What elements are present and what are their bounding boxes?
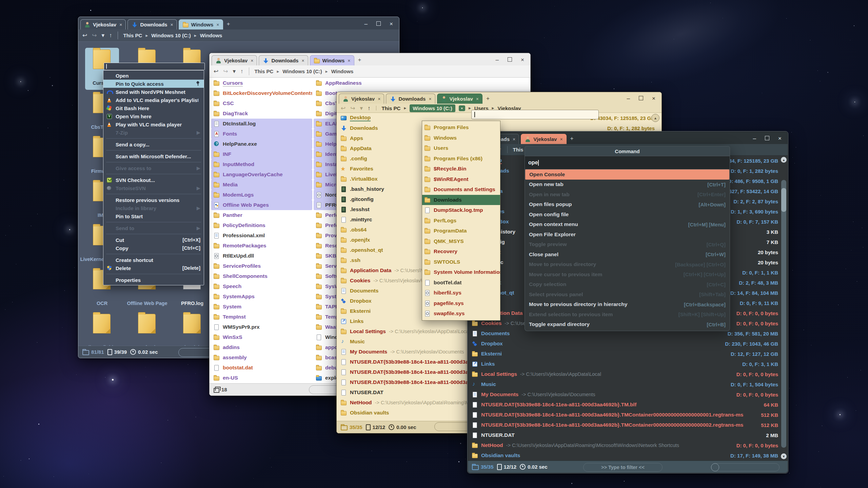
close-window-button[interactable]: × xyxy=(390,21,393,27)
command-item[interactable]: Toggle expand directory [Ctrl+B] xyxy=(525,320,730,330)
tab-downloads[interactable]: Downloads × xyxy=(127,19,177,29)
context-menu-item[interactable]: Pin to Start xyxy=(103,212,204,220)
close-tab-icon[interactable]: × xyxy=(429,96,431,102)
breadcrumb-drive[interactable]: Windows 10 (C:) xyxy=(151,33,191,38)
file-row[interactable]: WinSxS xyxy=(211,332,312,342)
file-row[interactable]: BitLockerDiscoveryVolumeContents xyxy=(211,88,312,98)
context-menu-item[interactable]: Send a copy... xyxy=(103,140,204,148)
context-menu-item[interactable]: SVN Checkout... xyxy=(103,176,204,184)
context-menu-item[interactable]: Give access to ▶ xyxy=(103,164,204,172)
new-tab-button[interactable]: + xyxy=(570,135,574,142)
context-menu-item[interactable]: Properties xyxy=(103,276,204,284)
minimize-button[interactable]: – xyxy=(496,57,499,63)
close-tab-icon[interactable]: × xyxy=(251,58,253,63)
maximize-button[interactable] xyxy=(765,135,769,142)
scroll-down-button[interactable]: ▼ xyxy=(781,453,787,459)
minimize-button[interactable]: – xyxy=(364,21,368,27)
history-dropdown-button[interactable]: ▾ xyxy=(360,105,363,111)
dropdown-item[interactable]: System Volume Information xyxy=(422,267,500,278)
context-menu-item[interactable]: 7-Zip ▶ xyxy=(103,128,204,137)
close-window-button[interactable]: × xyxy=(652,95,655,102)
file-row[interactable]: System xyxy=(211,302,312,312)
close-tab-icon[interactable]: × xyxy=(170,22,173,27)
dropdown-item[interactable]: Users xyxy=(422,143,500,154)
dropdown-item[interactable]: Windows xyxy=(422,133,500,143)
tab-vjekoslav[interactable]: Vjekoslav × xyxy=(212,55,257,65)
file-row[interactable]: InputMethod xyxy=(211,159,312,169)
file-row[interactable]: ServiceProfiles xyxy=(211,261,312,271)
file-row[interactable]: LanguageOverlayCache xyxy=(211,169,312,180)
file-row[interactable]: Professional.xml xyxy=(211,230,312,241)
file-row[interactable]: ModemLogs xyxy=(211,190,312,200)
file-row[interactable]: Eksterni D: 12, F: 127, 12 GB xyxy=(470,349,780,359)
context-menu-item[interactable]: Include in library ▶ xyxy=(103,204,204,212)
file-row[interactable]: Panther xyxy=(211,210,312,220)
dropdown-item[interactable]: DumpStack.log.tmp xyxy=(422,205,500,216)
file-row[interactable]: NTUSER.DAT{53b39e88-18c4-11ea-a811-000d3… xyxy=(470,410,780,420)
file-row[interactable]: Media xyxy=(211,180,312,190)
dropdown-item[interactable]: PerfLogs xyxy=(422,216,500,226)
command-item[interactable]: Open new tab [Ctrl+T] xyxy=(525,180,730,190)
file-row[interactable]: Offline Web Pages xyxy=(211,200,312,210)
context-menu-item[interactable]: Open xyxy=(103,72,204,80)
tab-downloads[interactable]: Downloads × xyxy=(259,55,308,65)
breadcrumb-windows[interactable]: Windows xyxy=(200,33,222,38)
dropdown-item[interactable]: $Recycle.Bin xyxy=(422,164,500,174)
new-tab-button[interactable]: + xyxy=(227,21,230,27)
file-row[interactable]: AppReadiness xyxy=(314,78,422,88)
maximize-button[interactable] xyxy=(376,21,381,27)
history-dropdown-button[interactable]: ▾ xyxy=(233,68,236,74)
dropdown-item[interactable]: hiberfil.sys xyxy=(422,288,500,298)
close-tab-icon[interactable]: × xyxy=(348,58,350,63)
command-item[interactable]: Open context menu [Ctrl+M] [Menu] xyxy=(525,220,730,230)
file-row[interactable]: DiagTrack xyxy=(211,108,312,119)
dropdown-item[interactable]: ProgramData xyxy=(422,226,500,236)
tab-vjekoslav-active[interactable]: Vjekoslav × xyxy=(437,94,482,104)
file-row[interactable]: DtcInstall.log xyxy=(211,119,312,129)
command-item[interactable]: Open config file xyxy=(525,209,730,220)
new-tab-button[interactable]: + xyxy=(358,57,361,63)
command-item[interactable]: Open File Explorer xyxy=(525,229,730,240)
file-row[interactable]: NTUSER.DAT{53b39e88-18c4-11ea-a811-000d3… xyxy=(470,420,780,430)
command-item[interactable]: Open in new tab [Ctrl+Enter] xyxy=(525,189,730,200)
file-row[interactable]: WMSysPr9.prx xyxy=(211,322,312,332)
context-menu-item[interactable]: Restore previous versions xyxy=(103,196,204,204)
tab-downloads[interactable]: Downloads × xyxy=(386,94,435,104)
file-row[interactable]: Obsidian vaults D: 17, F: 149, 38 MB xyxy=(470,450,780,461)
back-button[interactable]: ↩ xyxy=(341,105,346,111)
forward-button[interactable]: ↪ xyxy=(92,33,97,38)
file-row[interactable]: NTUSER.DAT 2 MB xyxy=(470,430,780,440)
file-row[interactable]: CSC xyxy=(211,98,312,108)
minimize-button[interactable]: – xyxy=(753,135,756,142)
up-button[interactable]: ↑ xyxy=(240,68,243,74)
up-button[interactable]: ↑ xyxy=(368,105,371,111)
file-row[interactable]: en-US xyxy=(211,373,312,383)
breadcrumb-this-pc[interactable]: This PC xyxy=(123,33,142,38)
history-dropdown-button[interactable]: ▾ xyxy=(102,33,105,38)
command-item[interactable]: Move cursor to previous item [Ctrl+K] [C… xyxy=(525,269,730,280)
command-item[interactable]: Copy selection [Ctrl+C] xyxy=(525,280,730,290)
path-edit-input[interactable] xyxy=(471,110,599,119)
context-menu-item[interactable]: Create shortcut xyxy=(103,256,204,264)
file-row[interactable]: HelpPane.exe xyxy=(211,139,312,149)
context-menu-item[interactable]: TortoiseSVN ▶ xyxy=(103,184,204,192)
command-item[interactable]: Open Console xyxy=(525,169,729,180)
maximize-button[interactable] xyxy=(639,95,643,102)
file-row[interactable]: assembly xyxy=(211,352,312,363)
file-row[interactable]: PolicyDefinitions xyxy=(211,220,312,230)
grid-cell[interactable]: PolicyDefinitions xyxy=(80,312,124,346)
file-row[interactable]: Fonts xyxy=(211,129,312,139)
file-row[interactable]: addins xyxy=(211,342,312,352)
tab-vjekoslav-active[interactable]: Vjekoslav × xyxy=(521,134,566,144)
scrollbar-track[interactable] xyxy=(781,180,786,448)
command-item[interactable]: Open files popup [Alt+Down] xyxy=(525,200,730,210)
file-row[interactable]: SystemApps xyxy=(211,291,312,302)
breadcrumb-drive[interactable]: Windows 10 (C:) xyxy=(282,68,322,74)
dropdown-item[interactable]: bootTel.dat xyxy=(422,278,500,288)
context-menu-item[interactable]: Scan with Microsoft Defender... xyxy=(103,152,204,160)
close-tab-icon[interactable]: × xyxy=(476,96,479,102)
scrollbar-thumb[interactable] xyxy=(781,188,786,212)
file-row[interactable]: NTUSER.DAT{53b39e88-18c4-11ea-a811-000d3… xyxy=(470,400,780,410)
dropdown-item[interactable]: QMK_MSYS xyxy=(422,236,500,247)
dropdown-item[interactable]: swapfile.sys xyxy=(422,308,500,319)
